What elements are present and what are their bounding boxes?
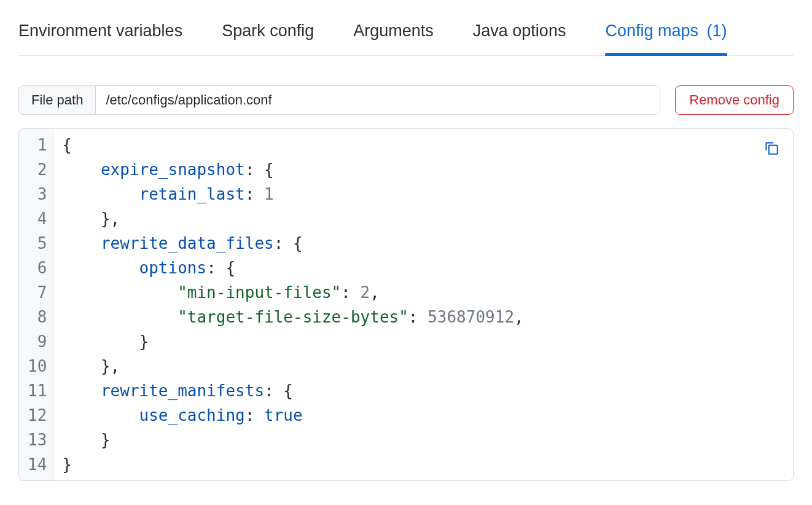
code-token: use_caching <box>139 406 245 425</box>
code-token: , <box>514 308 524 326</box>
code-token: : <box>341 283 360 302</box>
tab-label: Java options <box>473 22 566 40</box>
code-line: rewrite_manifests: { <box>62 378 784 403</box>
svg-rect-0 <box>769 146 778 154</box>
tab-label: Arguments <box>353 22 434 40</box>
code-token <box>62 283 178 302</box>
line-number: 1 <box>28 133 47 157</box>
code-token: }, <box>62 357 120 375</box>
code-line: } <box>62 329 784 354</box>
line-number: 2 <box>28 157 47 182</box>
tab-arguments[interactable]: Arguments <box>353 17 434 55</box>
code-token: { <box>62 136 72 154</box>
code-line: { <box>62 133 784 157</box>
code-token <box>62 259 139 277</box>
code-token <box>62 406 139 425</box>
line-number: 5 <box>28 231 47 256</box>
code-line: options: { <box>62 256 784 280</box>
tab-label: Environment variables <box>18 22 182 40</box>
line-number: 14 <box>28 452 47 477</box>
code-line: expire_snapshot: { <box>62 157 784 182</box>
code-line: } <box>62 428 784 452</box>
code-token: : <box>245 406 264 425</box>
code-token: 2 <box>361 283 370 302</box>
code-token: retain_last <box>139 185 245 203</box>
tab-config-maps[interactable]: Config maps (1) <box>605 17 727 55</box>
code-token: 1 <box>264 185 274 203</box>
code-token: }, <box>62 209 120 228</box>
code-token: : { <box>245 160 274 179</box>
code-token: : { <box>274 234 303 252</box>
code-token <box>62 382 101 400</box>
remove-config-button[interactable]: Remove config <box>675 85 794 115</box>
code-token <box>62 308 178 326</box>
code-token <box>62 160 101 179</box>
line-number: 3 <box>28 182 47 206</box>
code-line: rewrite_data_files: { <box>62 231 784 256</box>
tab-count: (1) <box>707 22 727 40</box>
tab-label: Config maps <box>605 22 698 40</box>
code-editor[interactable]: 1234567891011121314 { expire_snapshot: {… <box>18 128 794 481</box>
code-token: true <box>264 406 303 425</box>
code-line: "target-file-size-bytes": 536870912, <box>62 305 784 329</box>
code-token: } <box>62 455 72 474</box>
code-token <box>62 185 139 203</box>
file-path-input[interactable] <box>96 86 660 114</box>
code-content[interactable]: { expire_snapshot: { retain_last: 1 }, r… <box>53 129 793 480</box>
line-number: 6 <box>28 256 47 280</box>
line-number: 10 <box>28 354 47 378</box>
code-token: rewrite_manifests <box>101 382 264 400</box>
code-token: } <box>62 332 149 351</box>
code-token: , <box>370 283 380 302</box>
code-line: } <box>62 452 784 477</box>
line-number: 4 <box>28 206 47 231</box>
line-number: 7 <box>28 280 47 305</box>
line-number: 9 <box>28 329 47 354</box>
code-token <box>62 234 101 252</box>
file-path-group: File path <box>18 85 660 115</box>
code-line: }, <box>62 354 784 378</box>
tab-label: Spark config <box>222 22 314 40</box>
line-number: 8 <box>28 305 47 329</box>
code-token: options <box>139 259 207 277</box>
code-token: "target-file-size-bytes" <box>178 308 408 326</box>
copy-button[interactable] <box>761 138 782 159</box>
copy-icon <box>763 140 779 156</box>
code-token: rewrite_data_files <box>101 234 274 252</box>
code-token: : { <box>206 259 235 277</box>
line-number-gutter: 1234567891011121314 <box>19 129 53 480</box>
code-token: : <box>408 308 427 326</box>
line-number: 13 <box>28 428 47 452</box>
tabs-bar: Environment variablesSpark configArgumen… <box>18 17 794 56</box>
code-token: "min-input-files" <box>178 283 341 302</box>
code-line: use_caching: true <box>62 403 784 428</box>
code-line: retain_last: 1 <box>62 182 784 206</box>
tab-spark-config[interactable]: Spark config <box>222 17 314 55</box>
code-token: : <box>245 185 264 203</box>
tab-java-options[interactable]: Java options <box>473 17 566 55</box>
code-token: } <box>62 431 110 449</box>
line-number: 12 <box>28 403 47 428</box>
code-token: 536870912 <box>427 308 514 326</box>
code-line: "min-input-files": 2, <box>62 280 784 305</box>
file-path-label: File path <box>19 86 96 114</box>
code-token: expire_snapshot <box>101 160 245 179</box>
line-number: 11 <box>28 378 47 403</box>
code-line: }, <box>62 206 784 231</box>
tab-environment-variables[interactable]: Environment variables <box>18 17 182 55</box>
code-token: : { <box>264 382 293 400</box>
